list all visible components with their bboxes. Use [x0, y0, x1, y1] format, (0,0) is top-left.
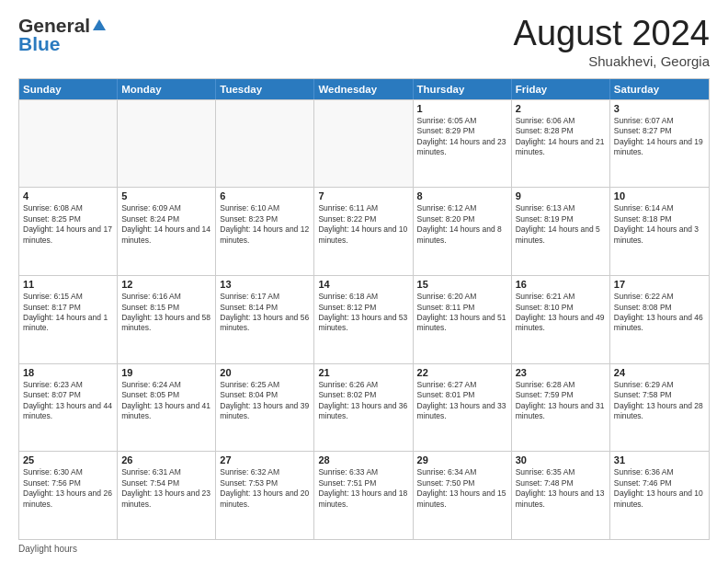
- calendar-cell: [216, 100, 314, 188]
- day-number: 6: [220, 190, 310, 201]
- day-number: 2: [516, 103, 606, 114]
- cell-content: Sunrise: 6:20 AMSunset: 8:11 PMDaylight:…: [417, 292, 507, 334]
- cell-content: Sunrise: 6:11 AMSunset: 8:22 PMDaylight:…: [318, 203, 408, 246]
- cell-content: Sunrise: 6:25 AMSunset: 8:04 PMDaylight:…: [220, 380, 310, 422]
- calendar-row: 25Sunrise: 6:30 AMSunset: 7:56 PMDayligh…: [19, 451, 709, 539]
- cell-content: Sunrise: 6:17 AMSunset: 8:14 PMDaylight:…: [220, 292, 310, 334]
- day-number: 26: [121, 454, 211, 465]
- cell-content: Sunrise: 6:35 AMSunset: 7:48 PMDaylight:…: [516, 467, 606, 510]
- cell-content: Sunrise: 6:07 AMSunset: 8:27 PMDaylight:…: [614, 116, 705, 158]
- day-number: 29: [417, 454, 507, 465]
- calendar-cell: 26Sunrise: 6:31 AMSunset: 7:54 PMDayligh…: [118, 452, 216, 539]
- svg-marker-0: [93, 19, 106, 30]
- calendar-cell: 21Sunrise: 6:26 AMSunset: 8:02 PMDayligh…: [314, 364, 413, 452]
- logo-icon: [91, 17, 108, 34]
- day-number: 11: [23, 279, 113, 290]
- calendar-header-cell: Wednesday: [314, 79, 413, 99]
- calendar-cell: 8Sunrise: 6:12 AMSunset: 8:20 PMDaylight…: [414, 188, 512, 275]
- calendar-cell: 1Sunrise: 6:05 AMSunset: 8:29 PMDaylight…: [414, 100, 512, 188]
- cell-content: Sunrise: 6:34 AMSunset: 7:50 PMDaylight:…: [417, 467, 507, 510]
- day-number: 13: [220, 279, 310, 290]
- calendar-cell: 20Sunrise: 6:25 AMSunset: 8:04 PMDayligh…: [216, 364, 314, 452]
- logo-blue: Blue: [18, 33, 61, 55]
- header: General Blue August 2024 Shuakhevi, Geor…: [18, 15, 710, 69]
- title-block: August 2024 Shuakhevi, Georgia: [514, 15, 710, 69]
- cell-content: Sunrise: 6:10 AMSunset: 8:23 PMDaylight:…: [220, 203, 310, 246]
- day-number: 14: [318, 279, 408, 290]
- day-number: 15: [417, 279, 507, 290]
- calendar-cell: 6Sunrise: 6:10 AMSunset: 8:23 PMDaylight…: [216, 188, 314, 275]
- calendar-cell: 28Sunrise: 6:33 AMSunset: 7:51 PMDayligh…: [314, 452, 413, 539]
- calendar-cell: 13Sunrise: 6:17 AMSunset: 8:14 PMDayligh…: [216, 276, 314, 363]
- calendar-cell: [118, 100, 216, 188]
- day-number: 19: [121, 367, 211, 378]
- calendar-cell: 29Sunrise: 6:34 AMSunset: 7:50 PMDayligh…: [414, 452, 512, 539]
- cell-content: Sunrise: 6:14 AMSunset: 8:18 PMDaylight:…: [614, 203, 705, 246]
- cell-content: Sunrise: 6:33 AMSunset: 7:51 PMDaylight:…: [318, 467, 408, 510]
- cell-content: Sunrise: 6:23 AMSunset: 8:07 PMDaylight:…: [23, 380, 113, 422]
- calendar-cell: [19, 100, 118, 188]
- day-number: 7: [318, 190, 408, 201]
- calendar-cell: 17Sunrise: 6:22 AMSunset: 8:08 PMDayligh…: [610, 276, 709, 363]
- calendar-body: 1Sunrise: 6:05 AMSunset: 8:29 PMDaylight…: [19, 99, 709, 539]
- cell-content: Sunrise: 6:16 AMSunset: 8:15 PMDaylight:…: [121, 292, 211, 334]
- calendar-cell: 19Sunrise: 6:24 AMSunset: 8:05 PMDayligh…: [118, 364, 216, 452]
- cell-content: Sunrise: 6:15 AMSunset: 8:17 PMDaylight:…: [23, 292, 113, 334]
- cell-content: Sunrise: 6:31 AMSunset: 7:54 PMDaylight:…: [121, 467, 211, 510]
- calendar-row: 4Sunrise: 6:08 AMSunset: 8:25 PMDaylight…: [19, 187, 709, 275]
- day-number: 4: [23, 190, 113, 201]
- calendar-header-cell: Monday: [118, 79, 216, 99]
- cell-content: Sunrise: 6:27 AMSunset: 8:01 PMDaylight:…: [417, 380, 507, 422]
- day-number: 8: [417, 190, 507, 201]
- footer-note: Daylight hours: [18, 544, 710, 554]
- calendar-header-cell: Sunday: [19, 79, 118, 99]
- day-number: 17: [614, 279, 705, 290]
- day-number: 20: [220, 367, 310, 378]
- calendar-cell: 25Sunrise: 6:30 AMSunset: 7:56 PMDayligh…: [19, 452, 118, 539]
- calendar-row: 18Sunrise: 6:23 AMSunset: 8:07 PMDayligh…: [19, 363, 709, 452]
- cell-content: Sunrise: 6:30 AMSunset: 7:56 PMDaylight:…: [23, 467, 113, 510]
- calendar-cell: 18Sunrise: 6:23 AMSunset: 8:07 PMDayligh…: [19, 364, 118, 452]
- calendar: SundayMondayTuesdayWednesdayThursdayFrid…: [18, 78, 710, 540]
- cell-content: Sunrise: 6:21 AMSunset: 8:10 PMDaylight:…: [516, 292, 606, 334]
- calendar-cell: 10Sunrise: 6:14 AMSunset: 8:18 PMDayligh…: [610, 188, 709, 275]
- cell-content: Sunrise: 6:28 AMSunset: 7:59 PMDaylight:…: [516, 380, 606, 422]
- day-number: 25: [23, 454, 113, 465]
- calendar-header-cell: Friday: [512, 79, 610, 99]
- calendar-cell: 9Sunrise: 6:13 AMSunset: 8:19 PMDaylight…: [512, 188, 610, 275]
- day-number: 5: [121, 190, 211, 201]
- calendar-cell: 22Sunrise: 6:27 AMSunset: 8:01 PMDayligh…: [414, 364, 512, 452]
- calendar-row: 11Sunrise: 6:15 AMSunset: 8:17 PMDayligh…: [19, 275, 709, 363]
- cell-content: Sunrise: 6:08 AMSunset: 8:25 PMDaylight:…: [23, 203, 113, 246]
- calendar-header-cell: Tuesday: [216, 79, 314, 99]
- calendar-header-cell: Thursday: [414, 79, 512, 99]
- day-number: 9: [516, 190, 606, 201]
- calendar-header-cell: Saturday: [610, 79, 709, 99]
- calendar-cell: 15Sunrise: 6:20 AMSunset: 8:11 PMDayligh…: [414, 276, 512, 363]
- cell-content: Sunrise: 6:32 AMSunset: 7:53 PMDaylight:…: [220, 467, 310, 510]
- location: Shuakhevi, Georgia: [514, 53, 710, 69]
- day-number: 24: [614, 367, 705, 378]
- cell-content: Sunrise: 6:26 AMSunset: 8:02 PMDaylight:…: [318, 380, 408, 422]
- calendar-cell: 30Sunrise: 6:35 AMSunset: 7:48 PMDayligh…: [512, 452, 610, 539]
- cell-content: Sunrise: 6:13 AMSunset: 8:19 PMDaylight:…: [516, 203, 606, 246]
- cell-content: Sunrise: 6:06 AMSunset: 8:28 PMDaylight:…: [516, 116, 606, 158]
- day-number: 1: [417, 103, 507, 114]
- day-number: 28: [318, 454, 408, 465]
- cell-content: Sunrise: 6:29 AMSunset: 7:58 PMDaylight:…: [614, 380, 705, 422]
- calendar-cell: 24Sunrise: 6:29 AMSunset: 7:58 PMDayligh…: [610, 364, 709, 452]
- cell-content: Sunrise: 6:22 AMSunset: 8:08 PMDaylight:…: [614, 292, 705, 334]
- cell-content: Sunrise: 6:05 AMSunset: 8:29 PMDaylight:…: [417, 116, 507, 158]
- calendar-cell: 4Sunrise: 6:08 AMSunset: 8:25 PMDaylight…: [19, 188, 118, 275]
- day-number: 31: [614, 454, 705, 465]
- page: General Blue August 2024 Shuakhevi, Geor…: [0, 0, 728, 563]
- day-number: 22: [417, 367, 507, 378]
- day-number: 30: [516, 454, 606, 465]
- logo: General Blue: [18, 15, 108, 55]
- calendar-cell: 7Sunrise: 6:11 AMSunset: 8:22 PMDaylight…: [314, 188, 413, 275]
- day-number: 18: [23, 367, 113, 378]
- month-year: August 2024: [514, 15, 710, 53]
- day-number: 3: [614, 103, 705, 114]
- cell-content: Sunrise: 6:24 AMSunset: 8:05 PMDaylight:…: [121, 380, 211, 422]
- calendar-cell: 5Sunrise: 6:09 AMSunset: 8:24 PMDaylight…: [118, 188, 216, 275]
